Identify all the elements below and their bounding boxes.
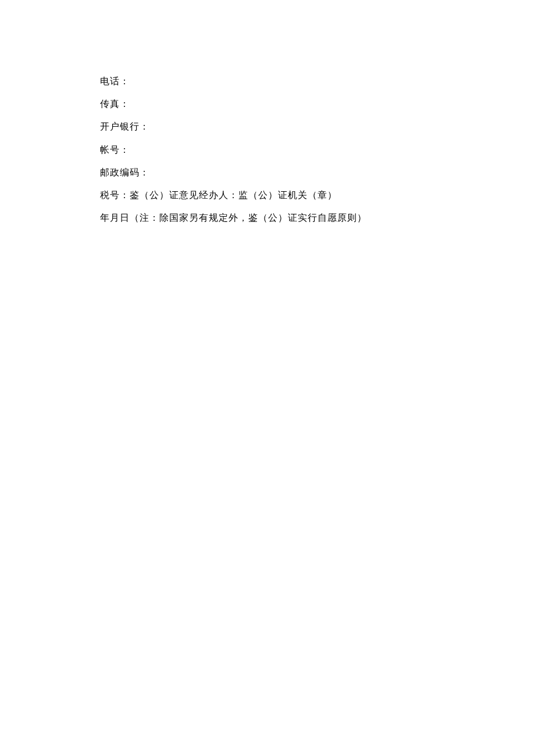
field-postal-code: 邮政编码： [100, 161, 535, 184]
field-fax: 传真： [100, 92, 535, 115]
field-account: 帐号： [100, 138, 535, 161]
field-phone: 电话： [100, 70, 535, 92]
field-bank: 开户银行： [100, 115, 535, 138]
field-date-note: 年月日（注：除国家另有规定外，鉴（公）证实行自愿原则） [100, 206, 535, 229]
field-tax-notary: 税号：鉴（公）证意见经办人：监（公）证机关（章） [100, 184, 535, 206]
